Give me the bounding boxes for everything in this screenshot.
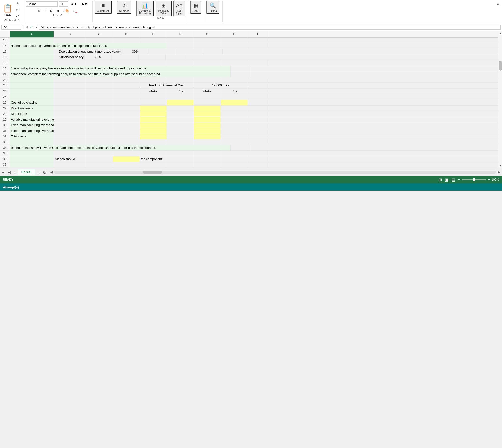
sheet-prev-btn[interactable]: ◀ — [6, 170, 12, 175]
cell-f33[interactable] — [167, 139, 194, 145]
cell-reference-input[interactable] — [1, 25, 21, 30]
cell-h30[interactable] — [221, 123, 248, 128]
cell-f18[interactable]: 70% — [85, 54, 112, 60]
cell-c22[interactable] — [86, 77, 113, 82]
cell-e35[interactable] — [140, 151, 167, 156]
cell-g25[interactable] — [194, 94, 221, 100]
cell-g37[interactable] — [194, 162, 221, 167]
cell-f35[interactable] — [167, 151, 194, 156]
cell-g24[interactable]: Make — [194, 89, 221, 94]
cell-h18[interactable] — [139, 54, 166, 60]
cell-g31[interactable] — [194, 128, 221, 134]
cell-e29[interactable] — [140, 117, 167, 122]
cell-g22[interactable] — [194, 77, 221, 82]
sheet-dots-right[interactable]: ... — [36, 170, 42, 174]
cell-c29[interactable] — [86, 117, 113, 122]
cell-e24[interactable]: Make — [140, 89, 167, 94]
cell-c23[interactable] — [86, 83, 113, 88]
cell-h19[interactable] — [221, 60, 248, 65]
cell-e25[interactable] — [140, 94, 167, 100]
cell-i17[interactable] — [203, 49, 222, 54]
cell-c32[interactable] — [86, 134, 113, 139]
cell-g30[interactable] — [194, 123, 221, 128]
cell-e33[interactable] — [140, 139, 167, 145]
zoom-out-btn[interactable]: − — [458, 177, 460, 182]
cell-c31[interactable] — [86, 128, 113, 134]
sheet-tab-sheet1[interactable]: Sheet1 — [18, 169, 36, 175]
cell-e30[interactable] — [140, 123, 167, 128]
cell-g19[interactable] — [194, 60, 221, 65]
cell-c26[interactable] — [86, 100, 113, 105]
row-number[interactable]: 16 — [0, 43, 10, 48]
cell-d26[interactable] — [113, 100, 140, 105]
italic-btn[interactable]: I — [43, 8, 47, 14]
cell-i18[interactable] — [166, 54, 185, 60]
cell-d35[interactable] — [113, 151, 140, 156]
cell-e22[interactable] — [140, 77, 167, 82]
row-number[interactable]: 15 — [0, 38, 10, 43]
confirm-btn[interactable]: ✓ — [30, 25, 33, 30]
col-header-b[interactable]: B — [54, 32, 86, 37]
cell-h28[interactable] — [221, 111, 248, 117]
cell-b18[interactable]: Supervisor salary — [54, 54, 85, 60]
cell-c15[interactable] — [86, 38, 113, 43]
cell-g28[interactable] — [194, 111, 221, 117]
cell-a19[interactable] — [10, 60, 54, 65]
cell-a16[interactable]: *Fixed manufacturing overhead, traceable… — [10, 43, 167, 48]
cell-a17[interactable] — [10, 49, 54, 54]
cell-e27[interactable] — [140, 106, 167, 111]
cell-styles-btn[interactable]: Aa CellStyles — [173, 1, 185, 16]
row-number[interactable]: 29 — [0, 117, 10, 122]
cell-a27[interactable]: Direct materials — [10, 106, 54, 111]
cell-c24[interactable] — [86, 89, 113, 94]
row-number[interactable]: 23 — [0, 83, 10, 88]
cell-g18[interactable] — [112, 54, 139, 60]
cell-i29[interactable] — [248, 117, 267, 122]
format-painter-btn[interactable]: 🖌 — [14, 13, 21, 19]
col-header-a[interactable]: A — [10, 32, 54, 37]
cell-g27[interactable] — [194, 106, 221, 111]
cell-b23[interactable] — [54, 83, 86, 88]
cell-f32[interactable] — [167, 134, 194, 139]
cell-g15[interactable] — [194, 38, 221, 43]
scroll-down-btn[interactable]: ▼ — [499, 164, 502, 168]
underline-btn[interactable]: U — [48, 8, 54, 14]
cell-b19[interactable] — [54, 60, 86, 65]
row-number[interactable]: 28 — [0, 111, 10, 117]
cell-c28[interactable] — [86, 111, 113, 117]
cell-b32[interactable] — [54, 134, 86, 139]
copy-btn[interactable]: ⎘ — [14, 1, 21, 6]
cell-a23[interactable] — [10, 83, 54, 88]
row-number[interactable]: 21 — [0, 71, 10, 77]
cancel-btn[interactable]: ✕ — [25, 25, 29, 30]
cell-g23[interactable]: 12,000 units — [194, 83, 248, 88]
row-number[interactable]: 25 — [0, 94, 10, 100]
col-header-g[interactable]: G — [194, 32, 221, 37]
cell-i30[interactable] — [248, 123, 267, 128]
cell-e23[interactable]: Per Unit Differential Cost — [140, 83, 194, 88]
cell-d25[interactable] — [113, 94, 140, 100]
cell-d31[interactable] — [113, 128, 140, 134]
cell-d22[interactable] — [113, 77, 140, 82]
cell-b29[interactable] — [54, 117, 86, 122]
cell-b15[interactable] — [54, 38, 86, 43]
cell-f27[interactable] — [167, 106, 194, 111]
cell-i31[interactable] — [248, 128, 267, 134]
cell-d29[interactable] — [113, 117, 140, 122]
cell-h36[interactable] — [221, 156, 248, 162]
font-size-input[interactable] — [59, 1, 68, 7]
cell-f17[interactable]: 30% — [122, 49, 149, 54]
col-header-e[interactable]: E — [140, 32, 167, 37]
cell-a30[interactable]: Fixed manufacturing overhead, traceable — [10, 123, 54, 128]
alignment-btn[interactable]: ≡ Alignment — [95, 1, 112, 14]
h-scroll-left-btn[interactable]: ◀ — [50, 170, 52, 174]
cell-i21[interactable] — [231, 71, 250, 77]
cell-f22[interactable] — [167, 77, 194, 82]
cell-i33[interactable] — [248, 139, 267, 145]
number-btn[interactable]: % Number — [117, 1, 131, 14]
cell-b26[interactable] — [54, 100, 86, 105]
cell-f15[interactable] — [167, 38, 194, 43]
cell-i16[interactable] — [248, 43, 267, 48]
cell-i35[interactable] — [248, 151, 267, 156]
cell-b37[interactable] — [54, 162, 86, 167]
